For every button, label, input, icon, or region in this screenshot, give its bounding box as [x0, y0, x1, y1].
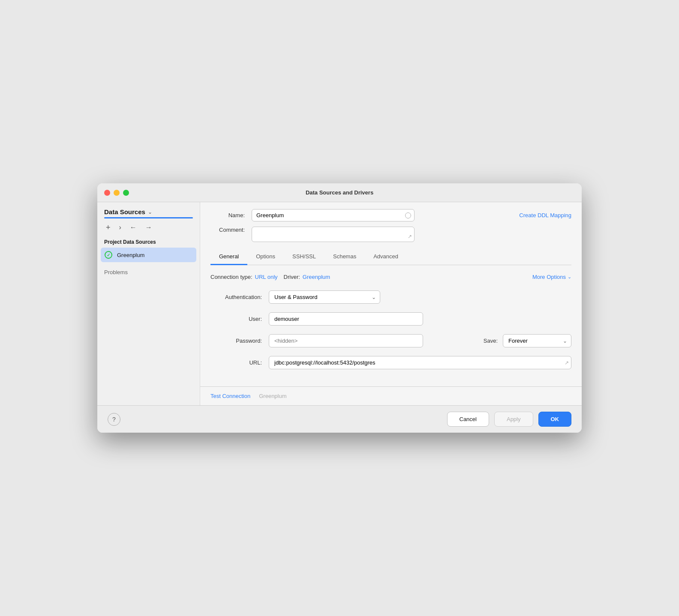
sidebar-toolbar: + › ← → — [97, 218, 200, 236]
url-input[interactable] — [269, 356, 571, 369]
driver-label: Driver: — [284, 274, 300, 280]
comment-input[interactable] — [252, 227, 415, 242]
name-input[interactable] — [252, 209, 415, 221]
authentication-label: Authentication: — [210, 294, 262, 300]
sidebar-header: Data Sources ⌄ — [97, 202, 200, 215]
connected-icon — [105, 251, 112, 259]
radio-icon — [405, 212, 411, 218]
tab-ssh-ssl[interactable]: SSH/SSL — [284, 249, 324, 265]
detail-body: Connection type: URL only Driver: Greenp… — [200, 265, 582, 386]
expand-url-icon[interactable]: ↗ — [565, 360, 569, 366]
expand-comment-icon[interactable]: ↗ — [408, 233, 412, 239]
sidebar-problems[interactable]: Problems — [97, 262, 200, 282]
tab-advanced[interactable]: Advanced — [365, 249, 407, 265]
connection-type-value[interactable]: URL only — [255, 274, 278, 280]
password-row: Password: Save: Forever ⌄ — [210, 334, 571, 347]
user-input[interactable] — [269, 312, 423, 326]
apply-button[interactable]: Apply — [494, 412, 533, 427]
save-select-wrapper: Forever ⌄ — [503, 334, 571, 347]
name-row: Name: Create DDL Mapping — [210, 209, 571, 221]
url-input-wrapper: ↗ — [269, 356, 571, 369]
password-label: Password: — [210, 338, 262, 344]
comment-row: Comment: ↗ — [210, 227, 571, 242]
close-button[interactable] — [104, 190, 110, 196]
window-title: Data Sources and Drivers — [306, 189, 373, 196]
authentication-row: Authentication: User & Password ⌄ — [210, 290, 571, 304]
cancel-button[interactable]: Cancel — [447, 412, 489, 427]
maximize-button[interactable] — [123, 190, 129, 196]
titlebar: Data Sources and Drivers — [97, 183, 582, 202]
tab-general[interactable]: General — [210, 249, 247, 265]
tabs: General Options SSH/SSL Schemas Advanced — [210, 249, 571, 265]
more-options-link[interactable]: More Options ⌄ — [532, 274, 571, 280]
save-label: Save: — [484, 338, 498, 344]
name-input-wrapper — [252, 209, 415, 221]
greenplum-status-icon — [104, 251, 113, 259]
detail-header: Name: Create DDL Mapping Comment: ↗ — [200, 202, 582, 265]
url-label: URL: — [210, 359, 262, 366]
sidebar-item-label: Greenplum — [117, 252, 144, 258]
sidebar-item-greenplum[interactable]: Greenplum — [101, 248, 196, 262]
user-row: User: — [210, 312, 571, 326]
connection-type-label: Connection type: — [210, 274, 252, 280]
main-content: Data Sources ⌄ + › ← → Project Data Sour… — [97, 202, 582, 405]
sidebar: Data Sources ⌄ + › ← → Project Data Sour… — [97, 202, 200, 405]
ok-button[interactable]: OK — [538, 412, 572, 427]
sidebar-dropdown-icon[interactable]: ⌄ — [148, 209, 152, 215]
name-label: Name: — [210, 212, 245, 218]
url-row: URL: ↗ — [210, 356, 571, 369]
sidebar-title: Data Sources — [104, 208, 145, 215]
connection-type-left: Connection type: URL only Driver: Greenp… — [210, 274, 330, 280]
authentication-select[interactable]: User & Password — [269, 290, 380, 304]
user-label: User: — [210, 316, 262, 322]
connection-type-row: Connection type: URL only Driver: Greenp… — [210, 274, 571, 280]
tab-options[interactable]: Options — [247, 249, 284, 265]
detail-panel: Name: Create DDL Mapping Comment: ↗ — [200, 202, 582, 405]
password-input[interactable] — [269, 334, 423, 347]
authentication-select-wrapper: User & Password ⌄ — [269, 290, 380, 304]
footer-driver-label: Greenplum — [259, 393, 286, 399]
tab-schemas[interactable]: Schemas — [324, 249, 365, 265]
expand-button[interactable]: › — [117, 223, 123, 232]
main-window: Data Sources and Drivers Data Sources ⌄ … — [97, 183, 582, 433]
comment-label: Comment: — [210, 227, 245, 233]
save-select[interactable]: Forever — [503, 334, 571, 347]
back-button[interactable]: ← — [128, 223, 138, 232]
more-options-chevron-icon: ⌄ — [568, 274, 571, 280]
save-group: Save: Forever ⌄ — [484, 334, 571, 347]
detail-footer: Test Connection Greenplum — [200, 386, 582, 405]
sidebar-section-label: Project Data Sources — [97, 236, 200, 248]
test-connection-link[interactable]: Test Connection — [210, 393, 250, 399]
forward-button[interactable]: → — [144, 223, 154, 232]
create-ddl-link[interactable]: Create DDL Mapping — [519, 212, 571, 218]
help-button[interactable]: ? — [108, 413, 120, 426]
driver-value[interactable]: Greenplum — [303, 274, 330, 280]
comment-input-wrapper: ↗ — [252, 227, 415, 242]
more-options-label: More Options — [532, 274, 566, 280]
window-footer: ? Cancel Apply OK — [97, 405, 582, 433]
minimize-button[interactable] — [114, 190, 120, 196]
add-datasource-button[interactable]: + — [104, 223, 112, 232]
window-controls — [104, 190, 129, 196]
